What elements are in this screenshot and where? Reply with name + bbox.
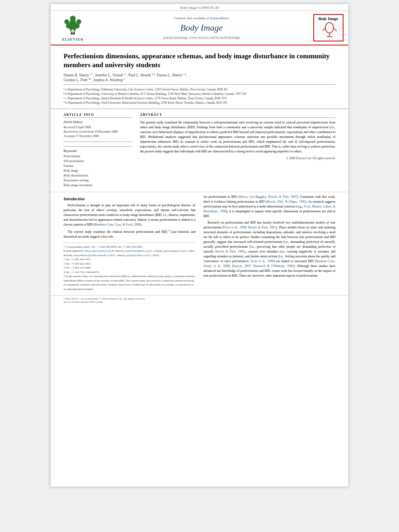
footnote-5: 5 In the present study, we conceptualize…: [64, 274, 195, 291]
article-info-abstract: ARTICLE INFO Article history: Received 5…: [51, 109, 348, 192]
introduction-title: Introduction: [64, 197, 195, 201]
top-bar: Body Image 6 (2009) 83–89: [51, 4, 348, 11]
body-image-box-title: Body Image: [317, 16, 340, 21]
author-jennifer: Jennifer L. Vriend a,1,: [95, 73, 128, 77]
body-image-logo-icon: [317, 22, 343, 38]
sciencedirect-link[interactable]: ScienceDirect: [210, 16, 229, 20]
body-image-logo-section: Body Image: [312, 14, 344, 41]
ref-hewitt-flett2[interactable]: Hewitt & Flett, 1991: [215, 250, 244, 253]
email-dayna: DaynaSherry@cdha.nshealth.ca: [74, 254, 110, 257]
intro-para2: The current study examines the relation …: [64, 229, 195, 239]
bottom-bar: 1740-1445/$ – see front matter © 2008 El…: [51, 295, 348, 305]
article-title-section: Perfectionism dimensions, appearance sch…: [51, 45, 348, 109]
revised-date: Received in revised form 10 December 200…: [64, 129, 132, 134]
author-simon: Simon B. Sherry a,*,: [64, 73, 95, 77]
abstract-text: The present study examined the relations…: [140, 120, 335, 154]
footnote-3: 3 Tel.: +1 902 473 4686.: [64, 266, 195, 270]
body-left-col: Introduction Perfectionism is thought to…: [64, 195, 195, 291]
journal-homepage: journal homepage: www.elsevier.com/locat…: [163, 35, 240, 39]
ref-frost1990[interactable]: Frost, Marten, Lahart, & Rosenblate, 199…: [204, 205, 335, 213]
elsevier-text: ELSEVIER: [62, 37, 84, 41]
journal-header: ELSEVIER Contents lists available at Sci…: [51, 11, 348, 45]
author-paul: Paul L. Hewitt b,2,: [128, 73, 156, 77]
article-info-col: ARTICLE INFO Article history: Received 5…: [64, 113, 132, 188]
keywords-header: Keywords:: [64, 149, 132, 153]
keyword-2: Self-presentation: [64, 159, 132, 164]
issn-line: 1740-1445/$ – see front matter © 2008 El…: [64, 297, 335, 300]
contents-label: Contents lists available at: [174, 16, 209, 20]
svg-point-9: [71, 29, 74, 33]
ref-hewitt-flett[interactable]: Hewitt & Flett, 1991: [248, 226, 276, 229]
journal-title: Body Image: [180, 23, 223, 33]
footnote-email: E-mail addresses: simon.sherry@dal.ca (S…: [64, 249, 195, 257]
article-title: Perfectionism dimensions, appearance sch…: [64, 52, 335, 70]
accepted-date: Accepted 17 December 2008: [64, 134, 132, 138]
svg-point-7: [70, 16, 76, 21]
keyword-4: Body image: [64, 168, 132, 173]
elsevier-logo: ELSEVIER: [61, 14, 85, 41]
email-jennifer: JennVriend@dal.ca: [125, 249, 147, 253]
journal-title-section: Contents lists available at ScienceDirec…: [95, 14, 308, 41]
affiliation-a: a a Department of Psychology, Dalhousie …: [64, 87, 335, 92]
email-paul: phewitt@psych.ubc.ca: [164, 249, 189, 253]
author-dayna: Dayna L. Sherry c,3,: [157, 73, 187, 77]
svg-point-5: [64, 19, 69, 24]
email-label: E-mail addresses:: [64, 249, 84, 253]
svg-point-6: [76, 19, 81, 24]
affiliation-d: d d Department of Psychology, York Unive…: [64, 101, 335, 105]
article-info-header: ARTICLE INFO: [64, 113, 132, 118]
authors-line: Simon B. Sherry a,*, Jennifer L. Vriend …: [64, 73, 335, 82]
affiliation-b: b b Department of Psychology, University…: [64, 92, 335, 96]
ref-sherry2007[interactable]: Sherry, Lee-Baggley, Hewitt, & Flett, 20…: [239, 195, 297, 199]
footnote-2: 2 Tel.: +1 604 822 5827.: [64, 262, 195, 266]
page: Body Image 6 (2009) 83–89: [51, 4, 348, 487]
ref-hanstock[interactable]: Hanstock & O'Mahony, 2002: [253, 264, 294, 268]
article-history-label: Article history:: [64, 120, 132, 124]
email-simon: simon.sherry@dal.ca: [84, 249, 108, 253]
sciencedirect-line: Contents lists available at ScienceDirec…: [174, 16, 229, 20]
keyword-6: Reassurance seeking: [64, 178, 132, 183]
elsevier-logo-section: ELSEVIER: [55, 14, 91, 41]
footnotes-section: * Corresponding author. Tel.: +1 902 494…: [64, 242, 195, 292]
ref-frost-et-al[interactable]: Frost et al., 1990: [223, 226, 246, 229]
affiliation-c: c c Department of Psychology, Queen Eliz…: [64, 96, 335, 101]
ref-frost-et-al2[interactable]: Frost et al., 1990: [251, 259, 274, 263]
body-two-col: Introduction Perfectionism is thought to…: [64, 195, 335, 291]
elsevier-tree-icon: [61, 14, 85, 37]
received-date: Received 5 April 2008: [64, 125, 132, 129]
doi-line: doi:10.1016/j.bodyim.2008.12.002: [64, 300, 335, 304]
intro-para1: Perfectionism is thought to play an impo…: [64, 203, 195, 227]
body-image-box: Body Image: [313, 14, 343, 41]
body-right-col: for perfectionism in BID (Sherry, Lee-Ba…: [204, 195, 335, 291]
keywords-divider: [64, 146, 132, 147]
keyword-5: Body dissatisfaction: [64, 173, 132, 178]
affiliations: a a Department of Psychology, Dalhousie …: [64, 87, 335, 105]
copyright: © 2008 Elsevier Ltd. All rights reserved…: [140, 156, 335, 160]
main-body: Introduction Perfectionism is thought to…: [51, 192, 348, 295]
ref-bardone-cone[interactable]: Bardone-Cone, Cass, & Ford, 2008: [95, 223, 140, 226]
keyword-7: Body image investment: [64, 183, 132, 188]
footnote-1: 1 Tel.: +1 902 494 3417.: [64, 257, 195, 262]
footnote-corresponding: * Corresponding author. Tel.: +1 902 494…: [64, 245, 195, 249]
keyword-1: Perfectionism: [64, 154, 132, 159]
ref-hewitt1995[interactable]: Hewitt, Flett, & Ediger, 1995: [267, 200, 305, 203]
author-gordon: Gordon L. Flett d,4,: [64, 78, 93, 82]
ref-bartsch[interactable]: Bartsch, 2007: [232, 264, 251, 268]
keyword-3: Schema: [64, 164, 132, 168]
author-andrea: Andrea A. Wardrop b: [93, 78, 125, 82]
footnote-4: 4 Tel.: +1 416 736 2100x44575.: [64, 270, 195, 275]
keywords-section: Keywords: Perfectionism Self-presentatio…: [64, 142, 132, 188]
divider: [64, 84, 335, 85]
abstract-col: ABSTRACT The present study examined the …: [140, 113, 335, 188]
journal-citation: Body Image 6 (2009) 83–89: [180, 6, 219, 10]
email-gordon: gflett@yorku.ca: [127, 254, 146, 257]
abstract-header: ABSTRACT: [140, 113, 335, 118]
right-para1: for perfectionism in BID (Sherry, Lee-Ba…: [204, 195, 335, 219]
right-para2: Research on perfectionism and BID has mo…: [204, 220, 335, 278]
